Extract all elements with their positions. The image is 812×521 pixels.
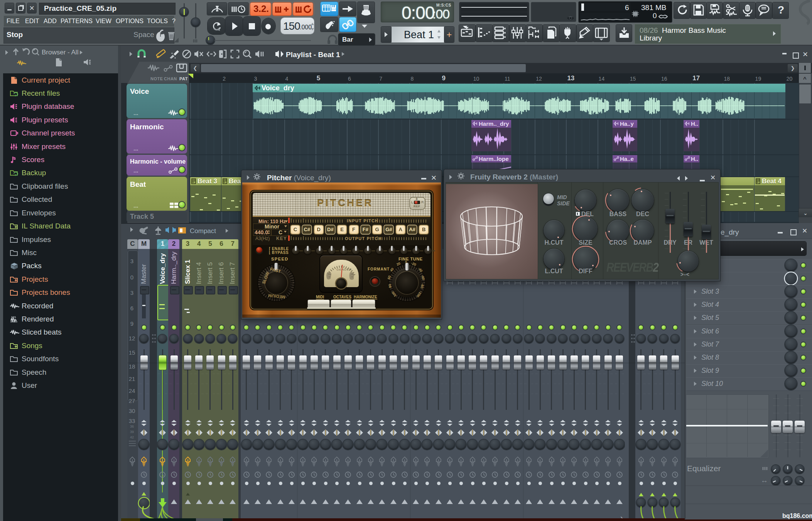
svg-text:?: ? <box>778 4 784 16</box>
svg-text:GENDER: GENDER <box>336 268 352 271</box>
